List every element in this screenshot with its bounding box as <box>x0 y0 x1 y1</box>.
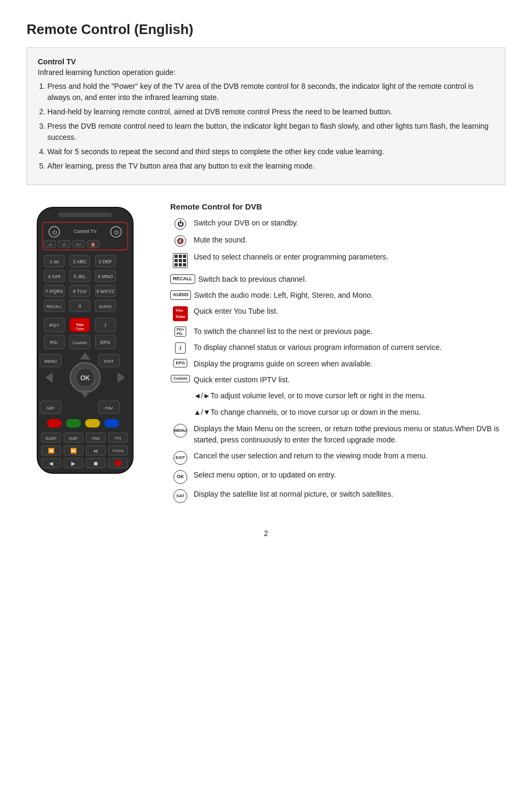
step-3: Press the DVB remote control need to lea… <box>47 121 494 143</box>
svg-text:⏹: ⏹ <box>93 461 98 466</box>
svg-text:TTX: TTX <box>115 437 122 440</box>
svg-text:FIND: FIND <box>92 437 99 440</box>
svg-text:🔇: 🔇 <box>90 242 96 247</box>
list-item: Custom Quick enter custom IPTV list. <box>170 374 505 386</box>
dvb-section-title: Remote Control for DVB <box>170 202 505 211</box>
dvb-info-section: Remote Control for DVB ⏻ Switch your DVB… <box>170 202 505 508</box>
step-1: Press and hold the "Power" key of the TV… <box>47 81 494 103</box>
svg-text:◀: ◀ <box>49 461 53 466</box>
svg-text:SLEEP: SLEEP <box>46 437 57 440</box>
list-item: i To display channel status or various p… <box>170 342 505 354</box>
item-text: Switch your DVB on or standby. <box>194 217 505 229</box>
svg-rect-71 <box>104 419 119 428</box>
svg-text:EPG: EPG <box>100 340 110 345</box>
svg-text:⏯: ⏯ <box>94 448 98 454</box>
svg-text:⏩: ⏩ <box>70 447 77 454</box>
list-item: AUDIO Switch the audio mode: Left, Right… <box>170 290 505 301</box>
item-text: Quick enter You Tube list. <box>194 306 505 317</box>
list-item: Used to select channels or enter program… <box>170 252 505 269</box>
mute-icon: 🔇 <box>170 235 190 247</box>
keypad-icon <box>170 252 190 269</box>
svg-text:You: You <box>76 322 84 327</box>
svg-text:V+: V+ <box>76 242 81 247</box>
info-icon: i <box>170 342 190 354</box>
svg-text:RECALL: RECALL <box>46 304 62 309</box>
pg-icon: PG+PG- <box>170 327 190 337</box>
svg-text:⏻: ⏻ <box>114 230 119 235</box>
svg-text:AUDIO: AUDIO <box>99 304 112 309</box>
item-text: Cancel the user selection and return to … <box>194 450 505 462</box>
list-item: SAT Display the satellite list at normal… <box>170 489 505 503</box>
svg-text:V-: V- <box>62 242 66 247</box>
svg-text:⏻: ⏻ <box>52 230 57 235</box>
item-text: ◄/►To adjust volume level, or to move cu… <box>194 390 505 401</box>
svg-text:OK: OK <box>80 374 90 382</box>
custom-icon: Custom <box>170 375 190 383</box>
list-item: ▲/▼To change channels, or to move cursor… <box>170 407 505 418</box>
svg-text:2 ABC: 2 ABC <box>73 259 87 264</box>
step-5: After learning, press the TV button area… <box>47 161 494 172</box>
menu-icon: MENU <box>170 424 190 438</box>
list-item: RECALL Switch back to previous channel. <box>170 274 505 285</box>
svg-text:FAV: FAV <box>105 406 113 411</box>
item-text: To switch the channel list to the next o… <box>194 326 505 337</box>
svg-text:9 WXYZ: 9 WXYZ <box>96 289 114 294</box>
list-item: OK Select menu option, or to updated on … <box>170 470 505 484</box>
list-item: MENU Displays the Main Menu on the scree… <box>170 423 505 446</box>
exit-icon: EXIT <box>170 451 190 465</box>
list-item: EPG Display the programs guide on screen… <box>170 358 505 370</box>
item-text: ▲/▼To change channels, or to move cursor… <box>194 407 505 418</box>
svg-text:7 PQRS: 7 PQRS <box>45 289 63 294</box>
list-item: PG+PG- To switch the channel list to the… <box>170 326 505 337</box>
step-2: Hand-held by learning remote control, ai… <box>47 106 494 118</box>
svg-text:TV/RAD: TV/RAD <box>112 449 124 453</box>
svg-text:6 MNO: 6 MNO <box>98 274 113 279</box>
item-text: Display the satellite list at normal pic… <box>194 489 505 500</box>
item-text: Switch the audio mode: Left, Right, Ster… <box>194 290 505 301</box>
svg-text:▶: ▶ <box>71 461 76 466</box>
list-item: ◄/►To adjust volume level, or to move cu… <box>170 390 505 402</box>
page-number: 2 <box>27 529 505 538</box>
svg-text:4 GHI: 4 GHI <box>48 274 61 279</box>
svg-text:PG+: PG+ <box>49 323 59 328</box>
item-text: Displays the Main Menu on the screen, or… <box>194 423 505 446</box>
dvb-features-list: ⏻ Switch your DVB on or standby. 🔇 Mute … <box>170 217 505 503</box>
control-tv-steps: Press and hold the "Power" key of the TV… <box>38 81 494 172</box>
recall-icon: RECALL <box>170 274 195 284</box>
main-section: ⏻ Control TV ⏻ ⇒ V- V+ 🔇 1 oo 2 ABC 3 DE… <box>27 202 505 508</box>
remote-illustration: ⏻ Control TV ⏻ ⇒ V- V+ 🔇 1 oo 2 ABC 3 DE… <box>27 202 154 480</box>
ud-arrows-icon <box>170 407 190 418</box>
svg-text:⏪: ⏪ <box>48 447 55 454</box>
svg-rect-70 <box>85 419 100 428</box>
item-text: Quick enter custom IPTV list. <box>194 374 505 386</box>
control-tv-title: Control TV <box>38 57 494 66</box>
svg-text:1 oo: 1 oo <box>49 259 59 264</box>
svg-text:3 DEF: 3 DEF <box>98 259 112 264</box>
svg-rect-1 <box>59 213 112 217</box>
svg-text:MENU: MENU <box>44 359 57 364</box>
lr-arrows-icon <box>170 391 190 402</box>
svg-text:SUBT: SUBT <box>69 437 78 440</box>
sat-icon: SAT <box>170 489 190 503</box>
svg-text:Custom: Custom <box>72 340 87 345</box>
svg-text:⇒: ⇒ <box>48 243 52 247</box>
page-title: Remote Control (English) <box>27 21 505 38</box>
svg-text:0: 0 <box>78 304 81 309</box>
list-item: EXIT Cancel the user selection and retur… <box>170 450 505 465</box>
epg-icon: EPG <box>170 359 190 367</box>
youtube-icon: YouTube <box>170 306 190 321</box>
item-text: Display the programs guide on screen whe… <box>194 358 505 370</box>
svg-text:Control TV: Control TV <box>74 229 97 234</box>
list-item: YouTube Quick enter You Tube list. <box>170 306 505 321</box>
item-text: Mute the sound. <box>194 235 505 246</box>
svg-text:8 TUV: 8 TUV <box>73 289 86 294</box>
svg-text:Tube: Tube <box>76 327 84 331</box>
power-icon: ⏻ <box>170 218 190 230</box>
list-item: 🔇 Mute the sound. <box>170 235 505 247</box>
svg-text:SAT: SAT <box>47 406 55 411</box>
control-tv-subtitle: Infrared learning function operation gui… <box>38 68 494 77</box>
audio-icon: AUDIO <box>170 290 191 300</box>
svg-rect-69 <box>66 419 81 428</box>
list-item: ⏻ Switch your DVB on or standby. <box>170 217 505 230</box>
ok-icon: OK <box>170 470 190 484</box>
